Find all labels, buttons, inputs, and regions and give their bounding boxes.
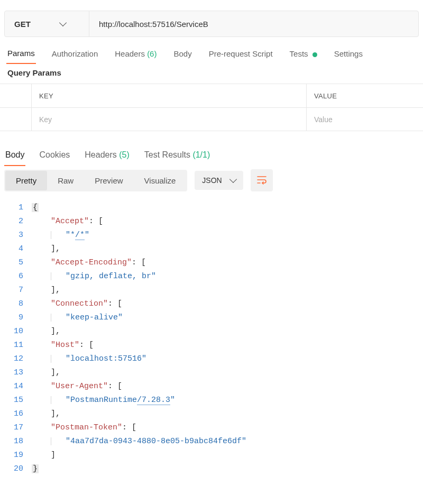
code-content: } [32, 462, 423, 476]
code-content: ], [32, 366, 423, 380]
tab-prerequest[interactable]: Pre-request Script [208, 46, 274, 63]
code-line: 5 "Accept-Encoding": [ [0, 256, 423, 270]
view-pretty-button[interactable]: Pretty [5, 171, 47, 190]
line-number: 6 [0, 270, 32, 283]
view-visualize-button[interactable]: Visualize [134, 171, 187, 190]
line-number: 9 [0, 311, 32, 325]
http-method-select[interactable]: GET [5, 11, 89, 36]
response-tabs: Body Cookies Headers (5) Test Results (1… [0, 131, 423, 166]
code-content: { [32, 201, 423, 215]
chevron-down-icon [229, 176, 237, 183]
response-tab-body[interactable]: Body [4, 148, 25, 166]
code-line: 11 "Host": [ [0, 338, 423, 352]
table-row [0, 107, 423, 131]
tab-body[interactable]: Body [172, 46, 192, 63]
headers-count: (6) [147, 49, 157, 58]
code-content: ] [32, 448, 423, 462]
code-content: "PostmanRuntime/7.28.3" [32, 393, 423, 407]
code-content: ], [32, 242, 423, 256]
code-content: "User-Agent": [ [32, 380, 423, 393]
code-content: "Postman-Token": [ [32, 421, 423, 435]
value-header: VALUE [307, 84, 423, 107]
line-number: 5 [0, 256, 32, 270]
code-line: 15 "PostmanRuntime/7.28.3" [0, 393, 423, 407]
tab-settings[interactable]: Settings [333, 46, 364, 63]
chevron-down-icon [59, 19, 67, 26]
code-content: "4aa7d7da-0943-4880-8e05-b9abc84fe6df" [32, 435, 423, 448]
wrap-lines-button[interactable] [251, 169, 273, 191]
tab-headers-label: Headers [115, 49, 145, 58]
response-tab-test-results[interactable]: Test Results (1/1) [143, 148, 212, 166]
tab-headers[interactable]: Headers (6) [114, 46, 158, 63]
query-params-table: KEY VALUE [0, 84, 423, 131]
format-value: JSON [202, 176, 222, 185]
line-number: 10 [0, 325, 32, 338]
code-line: 1{ [0, 201, 423, 215]
checkbox-column [0, 84, 32, 107]
tests-indicator-dot [312, 52, 317, 57]
line-number: 16 [0, 407, 32, 421]
checkbox-cell[interactable] [0, 108, 32, 131]
request-bar: GET [4, 11, 419, 37]
key-header: KEY [32, 84, 307, 107]
tab-tests-label: Tests [290, 49, 308, 58]
tab-tests[interactable]: Tests [289, 46, 318, 63]
response-body-viewer[interactable]: 1{2 "Accept": [3 "*/*"4 ],5 "Accept-Enco… [0, 197, 423, 487]
code-line: 9 "keep-alive" [0, 311, 423, 325]
line-number: 1 [0, 201, 32, 215]
http-method-value: GET [14, 20, 31, 29]
test-results-label: Test Results [144, 150, 190, 159]
code-line: 20} [0, 462, 423, 476]
code-line: 12 "localhost:57516" [0, 352, 423, 366]
code-line: 14 "User-Agent": [ [0, 380, 423, 393]
line-number: 3 [0, 228, 32, 242]
line-number: 2 [0, 215, 32, 228]
code-line: 8 "Connection": [ [0, 297, 423, 311]
code-line: 13 ], [0, 366, 423, 380]
line-number: 4 [0, 242, 32, 256]
response-headers-count: (5) [119, 150, 130, 159]
line-number: 13 [0, 366, 32, 380]
code-content: "Accept": [ [32, 215, 423, 228]
code-content: "Host": [ [32, 338, 423, 352]
code-content: "Connection": [ [32, 297, 423, 311]
code-content: "*/*" [32, 228, 423, 242]
tab-authorization[interactable]: Authorization [51, 46, 99, 63]
view-raw-button[interactable]: Raw [47, 171, 84, 190]
code-line: 19 ] [0, 448, 423, 462]
line-number: 15 [0, 393, 32, 407]
code-content: ], [32, 325, 423, 338]
code-line: 6 "gzip, deflate, br" [0, 270, 423, 283]
line-number: 20 [0, 462, 32, 476]
view-mode-segment: Pretty Raw Preview Visualize [4, 170, 187, 191]
wrap-icon [256, 175, 267, 186]
param-key-input[interactable] [39, 115, 299, 124]
code-line: 16 ], [0, 407, 423, 421]
table-header-row: KEY VALUE [0, 84, 423, 107]
response-view-controls: Pretty Raw Preview Visualize JSON [0, 166, 423, 197]
url-input[interactable] [89, 11, 418, 36]
line-number: 19 [0, 448, 32, 462]
code-content: "keep-alive" [32, 311, 423, 325]
code-line: 7 ], [0, 283, 423, 297]
line-number: 11 [0, 338, 32, 352]
response-headers-label: Headers [85, 150, 116, 159]
line-number: 12 [0, 352, 32, 366]
tab-params[interactable]: Params [6, 45, 36, 64]
line-number: 8 [0, 297, 32, 311]
code-content: "Accept-Encoding": [ [32, 256, 423, 270]
view-preview-button[interactable]: Preview [84, 171, 133, 190]
code-line: 17 "Postman-Token": [ [0, 421, 423, 435]
code-content: ], [32, 283, 423, 297]
line-number: 14 [0, 380, 32, 393]
code-line: 18 "4aa7d7da-0943-4880-8e05-b9abc84fe6df… [0, 435, 423, 448]
code-line: 2 "Accept": [ [0, 215, 423, 228]
response-tab-cookies[interactable]: Cookies [38, 148, 71, 166]
param-value-input[interactable] [314, 115, 416, 124]
line-number: 7 [0, 283, 32, 297]
query-params-title: Query Params [0, 64, 423, 84]
response-format-select[interactable]: JSON [195, 171, 243, 190]
response-tab-headers[interactable]: Headers (5) [84, 148, 131, 166]
code-line: 10 ], [0, 325, 423, 338]
request-tabs: Params Authorization Headers (6) Body Pr… [0, 42, 423, 64]
